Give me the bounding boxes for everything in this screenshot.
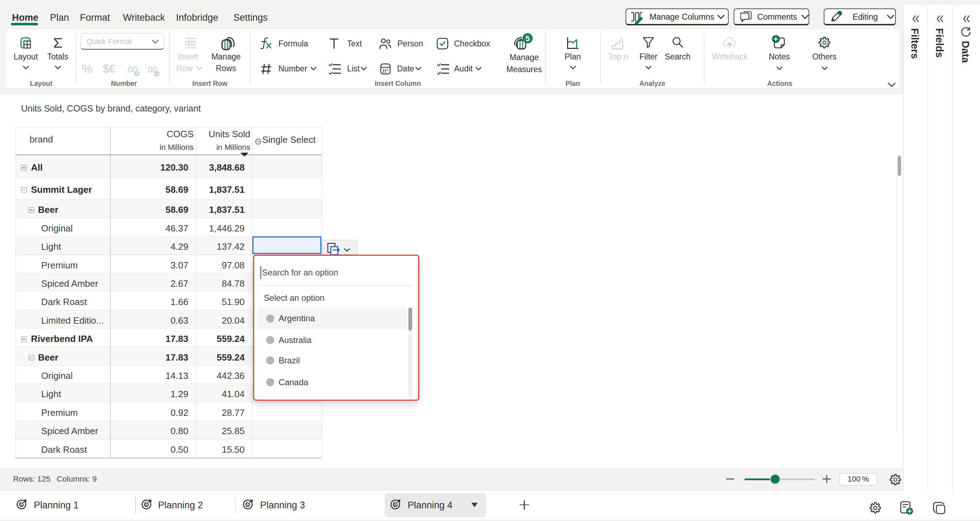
svg-text:5: 5 (525, 34, 530, 43)
